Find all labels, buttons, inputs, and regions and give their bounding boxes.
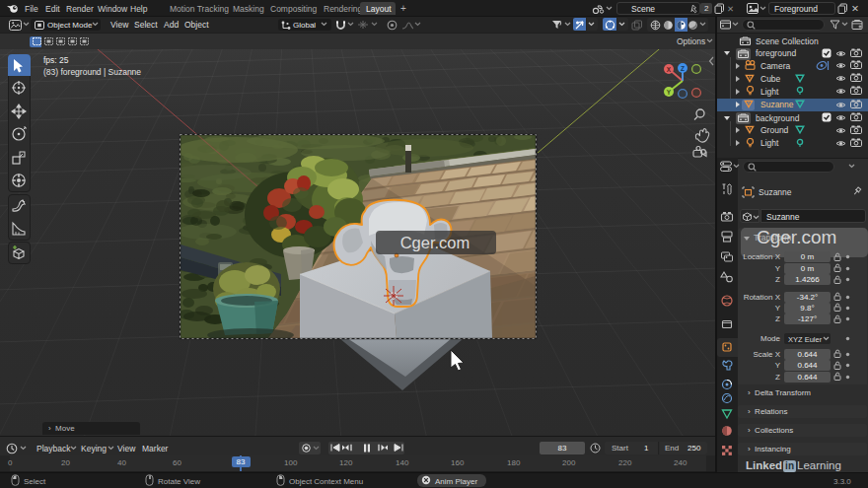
svg-text:Cger.com: Cger.com xyxy=(400,234,470,251)
svg-text:X: X xyxy=(667,66,672,73)
svg-text:Z: Z xyxy=(681,65,685,72)
svg-text:Y: Y xyxy=(667,89,672,96)
